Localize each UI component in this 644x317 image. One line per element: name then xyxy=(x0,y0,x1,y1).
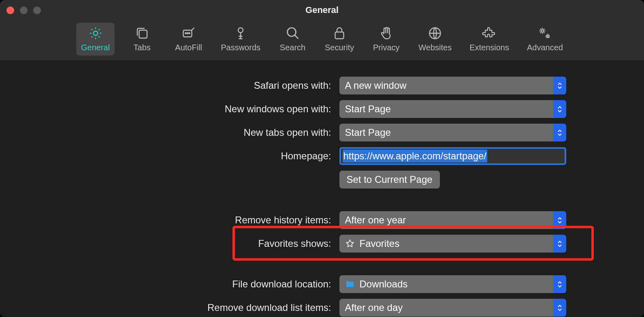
tab-label: Security xyxy=(325,43,354,52)
globe-icon xyxy=(428,26,442,41)
tab-label: Passwords xyxy=(221,43,260,52)
tab-websites[interactable]: Websites xyxy=(414,23,456,56)
star-icon xyxy=(345,239,355,248)
button-label: Set to Current Page xyxy=(347,174,433,185)
safari-opens-select[interactable]: A new window xyxy=(339,77,566,94)
folder-icon xyxy=(345,279,355,289)
close-window-button[interactable] xyxy=(6,6,14,14)
search-icon xyxy=(286,26,300,41)
tab-label: Websites xyxy=(418,43,452,52)
minimize-window-button[interactable] xyxy=(20,6,28,14)
preferences-toolbar: General Tabs AutoFill Passwords Search xyxy=(0,20,644,60)
tabs-icon xyxy=(135,26,149,41)
gears-icon xyxy=(537,26,552,41)
tab-label: Search xyxy=(280,43,305,52)
tab-security[interactable]: Security xyxy=(320,23,359,56)
chevron-updown-icon xyxy=(553,299,566,317)
svg-point-6 xyxy=(238,28,243,33)
tab-autofill[interactable]: AutoFill xyxy=(169,23,208,56)
file-download-select[interactable]: Downloads xyxy=(339,275,566,293)
svg-point-10 xyxy=(541,30,544,32)
new-tabs-row: New tabs open with: Start Page xyxy=(72,124,572,141)
preferences-content: Safari opens with: A new window New wind… xyxy=(0,60,644,317)
svg-rect-8 xyxy=(335,32,344,39)
tab-extensions[interactable]: Extensions xyxy=(465,23,514,56)
svg-point-7 xyxy=(287,28,296,36)
svg-point-5 xyxy=(189,33,190,34)
chevron-updown-icon xyxy=(553,275,566,293)
select-value: Start Page xyxy=(345,127,566,138)
svg-rect-1 xyxy=(139,30,147,39)
remove-history-label: Remove history items: xyxy=(72,214,331,226)
traffic-lights xyxy=(6,6,41,14)
homepage-row: Homepage: https://www.apple.com/startpag… xyxy=(72,147,572,165)
key-icon xyxy=(233,26,248,41)
maximize-window-button[interactable] xyxy=(33,6,41,14)
tab-advanced[interactable]: Advanced xyxy=(522,23,568,56)
general-form: Safari opens with: A new window New wind… xyxy=(72,77,572,317)
remove-downloads-select[interactable]: After one day xyxy=(339,299,566,317)
file-download-row: File download location: Downloads xyxy=(72,275,572,293)
select-value: Favorites xyxy=(360,238,566,249)
chevron-updown-icon xyxy=(553,211,566,229)
select-value: After one day xyxy=(345,302,566,313)
puzzle-icon xyxy=(482,26,497,41)
new-tabs-select[interactable]: Start Page xyxy=(339,124,566,141)
chevron-updown-icon xyxy=(553,124,566,141)
select-value: After one year xyxy=(345,214,566,226)
window-title: General xyxy=(305,5,339,15)
titlebar: General xyxy=(0,0,644,20)
set-to-current-page-button[interactable]: Set to Current Page xyxy=(339,171,440,188)
svg-point-3 xyxy=(185,33,186,34)
select-value: Downloads xyxy=(360,278,566,290)
set-current-row: Set to Current Page xyxy=(72,171,572,188)
preferences-window: General General Tabs AutoFill Passwords xyxy=(0,0,644,317)
homepage-input[interactable]: https://www.apple.com/startpage/ xyxy=(339,147,566,165)
tab-label: Extensions xyxy=(469,43,509,52)
tab-search[interactable]: Search xyxy=(273,23,312,56)
new-windows-row: New windows open with: Start Page xyxy=(72,100,572,118)
favorites-shows-label: Favorites shows: xyxy=(72,238,331,249)
remove-downloads-label: Remove download list items: xyxy=(72,302,331,313)
tab-label: Tabs xyxy=(134,43,151,52)
homepage-value: https://www.apple.com/startpage/ xyxy=(343,150,488,163)
tab-label: Advanced xyxy=(527,43,563,52)
safari-opens-row: Safari opens with: A new window xyxy=(72,77,572,94)
remove-history-select[interactable]: After one year xyxy=(339,211,566,229)
chevron-updown-icon xyxy=(553,100,566,118)
select-value: A new window xyxy=(345,80,566,91)
select-value: Start Page xyxy=(345,103,566,115)
tab-label: General xyxy=(81,43,110,52)
chevron-updown-icon xyxy=(553,77,566,94)
autofill-icon xyxy=(181,26,196,41)
favorites-shows-row: Favorites shows: Favorites xyxy=(72,235,572,253)
tab-label: AutoFill xyxy=(175,43,202,52)
svg-point-11 xyxy=(547,35,549,37)
svg-point-4 xyxy=(187,33,188,34)
tab-general[interactable]: General xyxy=(76,23,115,56)
remove-downloads-row: Remove download list items: After one da… xyxy=(72,299,572,317)
new-windows-select[interactable]: Start Page xyxy=(339,100,566,118)
favorites-shows-select[interactable]: Favorites xyxy=(339,235,566,253)
tab-passwords[interactable]: Passwords xyxy=(216,23,265,56)
tab-privacy[interactable]: Privacy xyxy=(367,23,405,56)
chevron-updown-icon xyxy=(553,235,566,253)
lock-icon xyxy=(332,26,347,41)
new-tabs-label: New tabs open with: xyxy=(72,127,331,138)
svg-point-0 xyxy=(93,31,98,36)
tab-label: Privacy xyxy=(373,43,400,52)
tab-tabs[interactable]: Tabs xyxy=(123,23,161,56)
safari-opens-label: Safari opens with: xyxy=(72,80,331,91)
remove-history-row: Remove history items: After one year xyxy=(72,211,572,229)
homepage-label: Homepage: xyxy=(72,150,331,162)
file-download-label: File download location: xyxy=(72,278,331,290)
gear-icon xyxy=(88,26,103,41)
hand-icon xyxy=(379,26,394,41)
new-windows-label: New windows open with: xyxy=(72,103,331,115)
